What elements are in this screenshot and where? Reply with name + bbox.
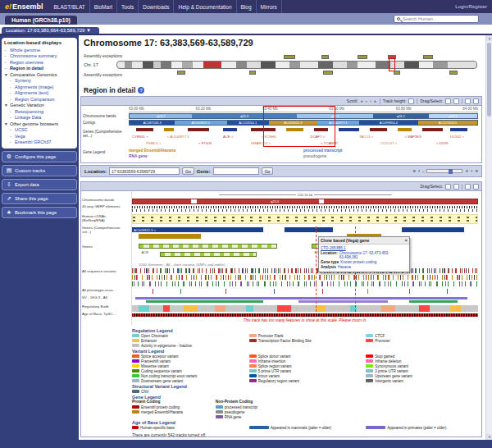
step-right-icon[interactable]: ›	[471, 168, 472, 174]
track-height-toggle-icon[interactable]	[408, 98, 414, 104]
gene-label[interactable]: DDX42 >	[450, 135, 464, 139]
scroll-arrows[interactable]: « ‹ › »	[361, 98, 377, 103]
sidebar-link[interactable]: Resequencing	[4, 109, 75, 116]
login-register-link[interactable]: Login/Register	[455, 4, 487, 9]
contig-segment[interactable]: AC099850.4	[359, 121, 418, 125]
gene-feature[interactable]	[370, 128, 387, 131]
location-tab[interactable]: Location: 17:63,383,664-63,589,729 ▼	[2, 27, 99, 34]
track-label[interactable]: Chromosome bands	[83, 114, 129, 118]
track-structural-variants[interactable]	[132, 296, 478, 304]
sidebar-link[interactable]: Comparative Genomics	[4, 72, 75, 79]
resize-icon[interactable]	[473, 98, 479, 104]
popup-row-value[interactable]: Known protein coding	[340, 260, 376, 264]
ensembl-logo[interactable]: e! Ensembl	[5, 2, 43, 11]
track-age-of-base[interactable]	[132, 313, 478, 317]
sidebar-link[interactable]: Region overview	[4, 60, 75, 66]
track-label[interactable]: Regulatory Build	[82, 305, 130, 309]
gene-model[interactable]	[160, 252, 257, 257]
gene-go-button[interactable]: Go	[262, 167, 274, 175]
gene-label[interactable]: PSMC5 >	[146, 141, 161, 145]
gene-label[interactable]: TACO1 >	[359, 135, 373, 139]
sidebar-link[interactable]: Region Comparison	[4, 97, 75, 103]
structural-variant-bar[interactable]	[135, 297, 467, 299]
track-all-sequence-variants[interactable]	[132, 268, 478, 288]
regulatory-feature[interactable]	[419, 305, 430, 312]
zoom-slider-thumb[interactable]	[449, 169, 453, 174]
primary-nav-item[interactable]: Tools	[117, 0, 139, 13]
variant-tick[interactable]	[447, 289, 448, 294]
track-label[interactable]: Contigs	[83, 121, 129, 125]
contig-segment[interactable]: AC087163.3	[130, 121, 175, 125]
regulatory-feature[interactable]	[246, 305, 253, 312]
select-mode-icon[interactable]	[453, 184, 459, 190]
regulatory-feature[interactable]	[381, 305, 395, 312]
assembly-patch[interactable]	[177, 71, 185, 75]
gene-feature[interactable]	[339, 128, 360, 131]
track-phenotype-variants[interactable]	[132, 289, 478, 295]
assembly-patch[interactable]	[249, 71, 256, 75]
assembly-patch[interactable]	[449, 71, 458, 75]
gene-label[interactable]: CYB561 >	[132, 135, 148, 139]
track-label[interactable]: SV - 1KG 3 - All	[82, 296, 130, 300]
track-chromosome-bands[interactable]: q23.3	[132, 199, 478, 204]
assembly-patch[interactable]	[284, 55, 295, 59]
gene-model[interactable]: ACE	[139, 244, 277, 249]
variant-tick[interactable]	[409, 289, 410, 294]
gene-bar[interactable]: AC005922.3 >	[132, 227, 263, 232]
scroll-down-icon[interactable]	[486, 434, 492, 440]
resize-icon[interactable]	[473, 184, 479, 190]
gene-feature[interactable]	[223, 128, 237, 131]
track-label[interactable]: Genes (Comprehensive set...)	[82, 226, 130, 235]
contig-segment[interactable]: AC005837.2	[175, 121, 227, 125]
zoom-in-icon[interactable]: +	[465, 168, 468, 174]
gene-label[interactable]: < AC040977.1	[167, 135, 189, 139]
sidebar-action-button[interactable]: Custom tracks	[2, 165, 77, 176]
site-search-input[interactable]: Search Human...	[394, 15, 479, 23]
gene-feature[interactable]	[450, 128, 467, 131]
variant-tick[interactable]	[322, 289, 323, 294]
variant-tick[interactable]	[367, 289, 368, 294]
assembly-patch[interactable]	[323, 71, 333, 75]
gene-bar[interactable]	[285, 227, 333, 232]
contig-segment[interactable]: AC113554.1	[227, 121, 269, 125]
variant-tick[interactable]	[274, 289, 275, 294]
gene-input[interactable]	[213, 167, 259, 175]
structural-variant-bar[interactable]	[146, 300, 263, 303]
gene-feature[interactable]	[164, 128, 175, 131]
gene-feature[interactable]	[398, 128, 412, 131]
regulatory-feature[interactable]	[277, 305, 291, 312]
export-image-icon[interactable]	[465, 184, 471, 190]
track-label[interactable]: 40 way GERP elements	[82, 205, 130, 209]
structural-variant-bar[interactable]	[298, 300, 389, 303]
variant-tick[interactable]	[226, 289, 226, 294]
sidebar-link[interactable]: Whole genome	[4, 48, 75, 54]
sidebar-link[interactable]: Ensembl GRCh37	[4, 139, 75, 146]
jump-left-icon[interactable]: «	[412, 168, 416, 174]
regulatory-feature[interactable]	[215, 305, 226, 312]
vertical-scrollbar[interactable]	[485, 35, 492, 440]
gene-feature[interactable]	[422, 128, 444, 131]
variant-tick[interactable]	[180, 289, 181, 294]
chromosome-ideogram[interactable]	[116, 61, 477, 69]
regulatory-feature[interactable]	[350, 305, 357, 312]
species-tab[interactable]: Human (GRCh38.p10)	[5, 16, 77, 25]
assembly-patch[interactable]	[358, 55, 367, 59]
assembly-patch[interactable]	[394, 71, 400, 75]
popup-row-value[interactable]: Havana	[338, 265, 351, 269]
gene-bar[interactable]	[139, 234, 201, 239]
regulatory-feature[interactable]	[450, 305, 461, 312]
track-label[interactable]: All sequence variants	[82, 270, 130, 274]
track-label[interactable]: Human cDNAs (RefSeq/ENA)	[82, 215, 130, 223]
scroll-up-icon[interactable]	[486, 35, 492, 41]
assembly-patch[interactable]	[321, 55, 329, 59]
popup-row-value[interactable]: Chromosome 17: 63,473,453-63,498,381	[339, 251, 408, 259]
track-label[interactable]: Genes	[82, 245, 130, 249]
scrollbar-thumb[interactable]	[487, 43, 491, 117]
regulatory-feature[interactable]	[316, 305, 326, 312]
primary-nav-item[interactable]: BLAST/BLAT	[50, 0, 90, 13]
sidebar-link[interactable]: Vega	[4, 134, 75, 140]
track-label[interactable]: All phenotype-asso...	[82, 289, 130, 293]
gene-label[interactable]: < MAP3K3	[405, 135, 421, 139]
zoom-out-icon[interactable]: -	[422, 168, 424, 174]
primary-nav-item[interactable]: Help & Documentation	[174, 0, 236, 13]
